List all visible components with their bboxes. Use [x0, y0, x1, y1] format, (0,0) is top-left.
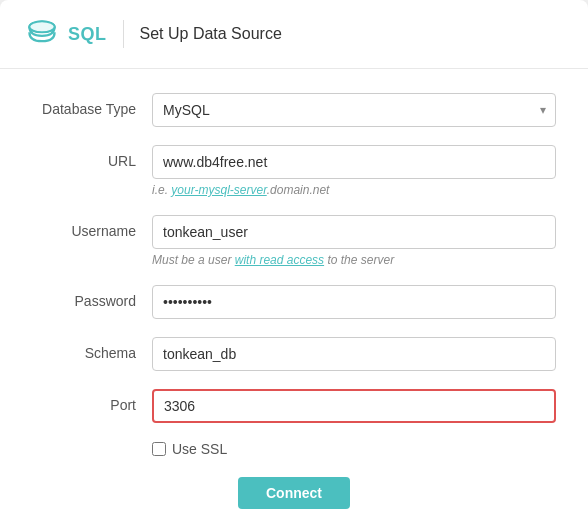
username-hint-link: with read access — [235, 253, 324, 267]
form-body: Database Type MySQL PostgreSQL MSSQL Ora… — [0, 69, 588, 530]
ssl-label[interactable]: Use SSL — [172, 441, 227, 457]
username-row: Username Must be a user with read access… — [32, 215, 556, 267]
url-input[interactable] — [152, 145, 556, 179]
logo-label: SQL — [68, 24, 107, 45]
schema-input[interactable] — [152, 337, 556, 371]
ssl-row: Use SSL — [152, 441, 556, 457]
url-hint-link: your-mysql-server — [171, 183, 266, 197]
schema-field — [152, 337, 556, 371]
username-field: Must be a user with read access to the s… — [152, 215, 556, 267]
url-field: i.e. your-mysql-server.domain.net — [152, 145, 556, 197]
url-row: URL i.e. your-mysql-server.domain.net — [32, 145, 556, 197]
database-type-select[interactable]: MySQL PostgreSQL MSSQL Oracle — [152, 93, 556, 127]
password-input[interactable] — [152, 285, 556, 319]
logo-area: SQL — [24, 16, 107, 52]
username-input[interactable] — [152, 215, 556, 249]
username-label: Username — [32, 215, 152, 239]
port-field — [152, 389, 556, 423]
password-label: Password — [32, 285, 152, 309]
port-row: Port — [32, 389, 556, 423]
sql-icon — [24, 16, 60, 52]
database-type-select-wrapper: MySQL PostgreSQL MSSQL Oracle — [152, 93, 556, 127]
password-field — [152, 285, 556, 319]
svg-point-1 — [29, 21, 54, 32]
setup-dialog: SQL Set Up Data Source Database Type MyS… — [0, 0, 588, 530]
connect-button[interactable]: Connect — [238, 477, 350, 509]
port-input[interactable] — [152, 389, 556, 423]
schema-label: Schema — [32, 337, 152, 361]
database-type-label: Database Type — [32, 93, 152, 117]
ssl-checkbox[interactable] — [152, 442, 166, 456]
port-label: Port — [32, 389, 152, 413]
dialog-title: Set Up Data Source — [140, 25, 282, 43]
connect-row: Connect — [32, 477, 556, 509]
database-type-row: Database Type MySQL PostgreSQL MSSQL Ora… — [32, 93, 556, 127]
database-type-field: MySQL PostgreSQL MSSQL Oracle — [152, 93, 556, 127]
schema-row: Schema — [32, 337, 556, 371]
url-label: URL — [32, 145, 152, 169]
header-divider — [123, 20, 124, 48]
password-row: Password — [32, 285, 556, 319]
url-hint: i.e. your-mysql-server.domain.net — [152, 183, 556, 197]
dialog-header: SQL Set Up Data Source — [0, 0, 588, 69]
username-hint: Must be a user with read access to the s… — [152, 253, 556, 267]
